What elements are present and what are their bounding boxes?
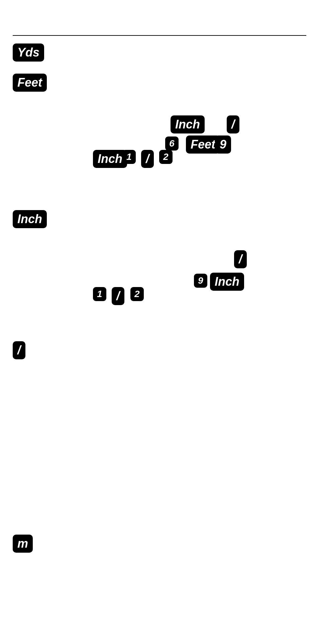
nine-badge-mid: 9 [215,135,231,154]
one-badge-lower: 1 [93,287,106,301]
slash-badge-lower: / [112,287,124,305]
inch-badge-top-right: Inch [171,115,205,133]
slash-badge-mid: / [141,150,154,168]
two-badge-lower: 2 [130,287,144,301]
two-badge-mid: 2 [159,150,173,164]
six-badge: 6 [165,136,179,151]
inch-badge-left: Inch [13,210,47,228]
feet-badge-top: Feet [13,74,47,92]
top-divider [13,35,306,36]
slash-badge-top-right: / [227,115,239,133]
nine-badge-lower: 9 [194,274,207,288]
slash-badge-bottom-left: / [13,341,25,359]
inch-badge-right-lower: Inch [210,273,244,291]
inch-badge-mid-left: Inch [93,150,127,168]
one-badge-mid: 1 [122,150,136,164]
m-badge: m [13,535,33,553]
slash-badge-right: / [234,250,247,268]
yds-badge: Yds [13,43,44,62]
